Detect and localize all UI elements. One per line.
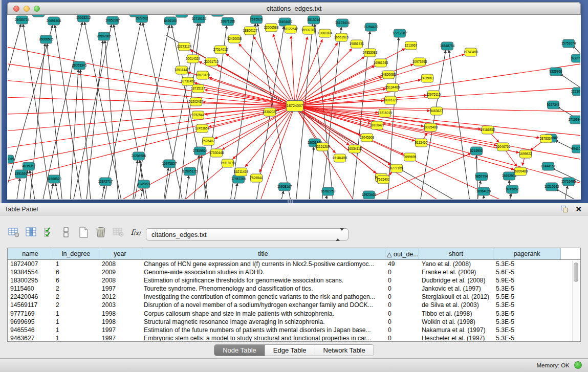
graph-node[interactable]: 8215955 — [470, 147, 483, 155]
graph-node[interactable]: 1145191 — [138, 180, 150, 188]
graph-node[interactable]: 10975857 — [162, 160, 177, 168]
graph-node[interactable]: 12505125 — [183, 167, 198, 176]
graph-node[interactable]: 15716485 — [561, 178, 576, 186]
graph-node[interactable]: 26066505 — [39, 35, 54, 43]
table-row[interactable]: 1938455462009Genome-wide association stu… — [8, 268, 580, 276]
graph-node[interactable]: 15937387 — [301, 26, 316, 34]
graph-node[interactable]: 9463627 — [430, 107, 443, 115]
graph-node[interactable]: 16782759 — [321, 187, 336, 195]
graph-node[interactable]: 4835061 — [23, 162, 35, 170]
graph-node[interactable]: 16561516 — [334, 33, 349, 41]
graph-node[interactable]: 17859924 — [193, 147, 208, 155]
graph-node[interactable]: 12444151 — [541, 162, 556, 170]
graph-node[interactable]: 14850083 — [381, 71, 396, 79]
graph-node[interactable]: 24853083 — [363, 49, 378, 57]
graph-node[interactable]: 16534112 — [347, 145, 362, 153]
graph-node[interactable]: 15123404 — [335, 19, 350, 27]
column-header-short[interactable]: short — [419, 248, 493, 259]
graph-node[interactable]: 18673123 — [195, 71, 210, 79]
graph-node[interactable]: 15276021 — [175, 15, 189, 17]
table-row[interactable]: 1456911722003Disruption of a novel membe… — [8, 301, 580, 309]
graph-node[interactable]: 9752544 — [192, 111, 205, 119]
table-row[interactable]: 1872400712008Changes of HCN gene express… — [8, 260, 580, 268]
tab-edge-table[interactable]: Edge Table — [265, 345, 315, 356]
graph-node[interactable]: 17530448 — [209, 149, 224, 157]
table-row[interactable]: 969969511998Structural magnetic resonanc… — [8, 318, 580, 326]
delete-column-icon[interactable] — [92, 225, 110, 240]
graph-node[interactable]: 9329966 — [550, 68, 562, 76]
graph-node[interactable]: 9699695 — [404, 153, 417, 161]
graph-node[interactable]: 23051710 — [204, 58, 219, 66]
graph-node[interactable]: 12420058 — [227, 35, 242, 43]
graph-node[interactable]: 12923468 — [362, 191, 377, 199]
scrollbar-thumb[interactable] — [574, 262, 578, 282]
tab-node-table[interactable]: Node Table — [214, 345, 265, 356]
graph-node[interactable]: 24055724 — [15, 16, 30, 24]
show-columns-icon[interactable] — [23, 225, 40, 240]
graph-node[interactable]: 20014024 — [186, 55, 201, 63]
table-row[interactable]: 977716911998Corpus callosum shape and si… — [8, 310, 580, 318]
graph-node[interactable]: 10719135 — [192, 15, 207, 23]
graph-node[interactable]: 10553287 — [128, 15, 143, 17]
graph-node[interactable]: 10025488 — [423, 123, 438, 132]
graph-node[interactable]: 1699822 — [519, 150, 532, 158]
graph-node[interactable]: 18302027 — [263, 108, 277, 116]
graph-node[interactable]: 12842717 — [98, 178, 113, 186]
graph-node[interactable]: 17109348 — [569, 116, 580, 124]
table-row[interactable]: 946554611997Estimation of the future num… — [8, 326, 580, 334]
graph-node[interactable]: 26202437 — [189, 98, 204, 106]
table-row[interactable]: 1830029562008Estimation of significance … — [8, 276, 580, 285]
graph-node[interactable]: 8941002 — [572, 145, 580, 153]
graph-node[interactable]: 10973493 — [412, 58, 427, 66]
column-header-title[interactable]: title — [141, 248, 385, 259]
table-mode-icon[interactable] — [57, 225, 75, 240]
graph-node[interactable]: 18511447 — [175, 66, 189, 74]
delete-table-icon[interactable] — [110, 225, 127, 240]
graph-node[interactable]: 7485063 — [421, 74, 434, 82]
graph-node[interactable]: 20206586 — [132, 152, 146, 160]
table-row[interactable]: 911546021997Tourette syndrome. Phenomeno… — [8, 285, 580, 293]
graph-node[interactable]: 18122542 — [284, 25, 298, 33]
network-graph[interactable]: 2405572420691406135632121065328715276028… — [8, 15, 580, 199]
graph-node[interactable]: 15751074 — [561, 39, 576, 48]
table-scrollbar[interactable] — [572, 261, 579, 341]
table-select-dropdown[interactable]: citations_edges.txt — [146, 228, 349, 240]
window-titlebar[interactable]: citations_edges.txt — [7, 2, 581, 15]
graph-node[interactable]: 12217987 — [393, 29, 407, 37]
graph-node[interactable]: 7615526 — [250, 15, 263, 24]
table-row[interactable]: 946362711997Embryonic stem cells: a mode… — [8, 334, 580, 342]
graph-node[interactable]: 10653287 — [105, 16, 120, 25]
graph-node[interactable]: 7625402 — [377, 176, 390, 184]
graph-node[interactable]: 16899489 — [513, 167, 528, 176]
graph-node[interactable]: 18964029 — [476, 187, 491, 195]
graph-node[interactable]: 18724007 — [287, 101, 303, 112]
graph-node[interactable]: 9245052 — [506, 185, 519, 193]
graph-node[interactable]: 13563212 — [76, 15, 91, 22]
graph-node[interactable]: 9227343 — [547, 101, 560, 109]
graph-node[interactable]: 10958167 — [277, 183, 292, 191]
graph-node[interactable]: 15184455 — [333, 154, 347, 162]
column-header-pagerank[interactable]: pagerank — [493, 248, 561, 259]
row-check-icon[interactable] — [40, 225, 57, 240]
graph-node[interactable]: 8813014 — [308, 16, 320, 24]
graph-node[interactable]: 1391591 — [15, 170, 28, 178]
function-builder-icon[interactable]: f(x) — [127, 225, 144, 240]
graph-node[interactable]: 10731453 — [181, 77, 195, 85]
graph-node[interactable]: 7526544 — [250, 174, 263, 182]
graph-node[interactable]: 16671355 — [221, 17, 235, 26]
graph-node[interactable]: 7525402 — [202, 137, 215, 145]
graph-node[interactable]: 23090145 — [31, 15, 46, 17]
graph-node[interactable]: 19851731 — [350, 40, 364, 48]
graph-node[interactable]: 22045608 — [360, 134, 375, 142]
column-header-out_de[interactable]: △ out_de... — [385, 248, 419, 259]
graph-node[interactable]: 12975115 — [426, 91, 441, 99]
graph-node[interactable]: 9115460 — [415, 139, 428, 147]
graph-node[interactable]: 8466160 — [164, 17, 177, 25]
graph-node[interactable]: 11254439 — [364, 23, 378, 31]
column-header-in_degree[interactable]: in_degree — [53, 248, 99, 259]
tab-network-table[interactable]: Network Table — [315, 345, 374, 356]
network-canvas[interactable]: 2405572420691406135632121065328715276028… — [8, 15, 580, 199]
graph-node[interactable]: 16961243 — [374, 59, 388, 67]
graph-node[interactable]: 15134469 — [385, 83, 400, 92]
column-header-name[interactable]: name — [8, 248, 53, 259]
